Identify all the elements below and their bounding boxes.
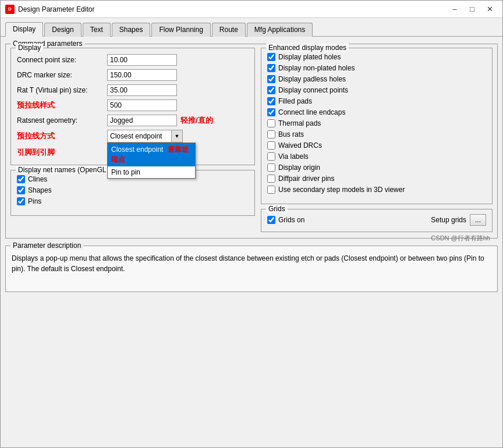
- param-desc-label: Parameter description: [10, 241, 83, 250]
- ratsnest-points-dropdown-btn[interactable]: ▼: [171, 130, 183, 143]
- ratsnest-geometry-input[interactable]: [107, 115, 177, 126]
- tab-mfg-applications[interactable]: Mfg Applications: [247, 23, 313, 37]
- enhanced-display-group: Enhanced display modes Display plated ho…: [261, 48, 493, 204]
- tab-design[interactable]: Design: [44, 23, 81, 37]
- enhanced-plated-holes-checkbox[interactable]: [267, 53, 275, 61]
- ratsnest-geometry-row: Ratsnest geometry: 轻推/直的: [17, 115, 249, 126]
- enhanced-plated-holes-row: Display plated holes: [267, 53, 486, 61]
- param-desc-group: Parameter description Displays a pop-up …: [5, 246, 498, 292]
- command-params-group: Command parameters Display Connect point…: [5, 44, 498, 239]
- drc-marker-size-row: DRC marker size:: [17, 69, 249, 81]
- netnames-clines-label: Clines: [28, 175, 47, 183]
- enhanced-padless-holes-checkbox[interactable]: [267, 75, 275, 83]
- left-column: Display Connect point size: DRC marker s…: [10, 48, 255, 232]
- enhanced-connect-line-endcaps-checkbox[interactable]: [267, 108, 275, 116]
- enhanced-thermal-pads-label: Thermal pads: [278, 119, 321, 127]
- setup-grids-label: Setup grids: [431, 216, 466, 224]
- two-column-layout: Display Connect point size: DRC marker s…: [10, 48, 493, 232]
- netnames-pins-row: Pins: [17, 197, 249, 205]
- enhanced-waived-drcs-label: Waived DRCs: [278, 141, 322, 150]
- tab-route[interactable]: Route: [212, 23, 246, 37]
- close-button[interactable]: ✕: [481, 3, 498, 16]
- drc-marker-size-input[interactable]: [107, 69, 177, 81]
- tab-flow-planning[interactable]: Flow Planning: [151, 23, 210, 37]
- display-subgroup: Display Connect point size: DRC marker s…: [10, 48, 255, 165]
- minimize-button[interactable]: –: [447, 3, 463, 16]
- ratsnest-geometry-annotation: 轻推/直的: [180, 115, 213, 126]
- dropdown-item-pin-to-pin[interactable]: Pin to pin: [108, 166, 195, 178]
- ratsnest-points-dropdown: Closest endpoint 最靠近端点 Pin to pin: [107, 143, 196, 179]
- enhanced-diffpair-driver-pins-label: Diffpair driver pins: [278, 175, 334, 183]
- enhanced-via-labels-checkbox[interactable]: [267, 152, 275, 161]
- netnames-shapes-label: Shapes: [28, 186, 52, 194]
- tab-text[interactable]: Text: [83, 23, 111, 37]
- enhanced-filled-pads-checkbox[interactable]: [267, 97, 275, 105]
- enhanced-plated-holes-label: Display plated holes: [278, 53, 341, 61]
- main-content: Command parameters Display Connect point…: [1, 37, 502, 447]
- tab-display[interactable]: Display: [5, 22, 43, 37]
- connect-point-size-row: Connect point size:: [17, 54, 249, 66]
- dropdown-item-closest-endpoint[interactable]: Closest endpoint 最靠近端点: [108, 143, 195, 166]
- enhanced-non-plated-holes-label: Display non-plated holes: [278, 64, 355, 72]
- enhanced-non-plated-holes-checkbox[interactable]: [267, 64, 275, 72]
- grids-on-row: Grids on: [267, 216, 304, 224]
- window-controls: – □ ✕: [447, 3, 498, 16]
- rat-t-size-row: Rat T (Virtual pin) size:: [17, 84, 249, 96]
- maximize-button[interactable]: □: [464, 3, 480, 16]
- enhanced-bus-rats-label: Bus rats: [278, 130, 304, 138]
- rat-t-size-input[interactable]: [107, 84, 177, 96]
- netnames-shapes-checkbox[interactable]: [17, 186, 25, 194]
- netnames-shapes-row: Shapes: [17, 186, 249, 194]
- titlebar: D Design Parameter Editor – □ ✕: [1, 1, 502, 18]
- enhanced-bus-rats-row: Bus rats: [267, 130, 486, 138]
- enhanced-non-plated-holes-row: Display non-plated holes: [267, 64, 486, 72]
- ratsnest-points-input[interactable]: [107, 130, 171, 143]
- max-rband-count-label: 预拉线样式: [17, 100, 107, 111]
- enhanced-display-origin-checkbox[interactable]: [267, 163, 275, 172]
- grids-row: Grids on Setup grids ...: [267, 214, 486, 226]
- enhanced-diffpair-driver-pins-row: Diffpair driver pins: [267, 175, 486, 183]
- pin-to-pin-annotation: 引脚到引脚: [17, 148, 55, 157]
- netnames-clines-checkbox[interactable]: [17, 175, 25, 183]
- netnames-pins-label: Pins: [28, 197, 41, 205]
- grids-on-checkbox[interactable]: [267, 216, 275, 224]
- window-title: Design Parameter Editor: [18, 5, 447, 13]
- enhanced-connect-points-label: Display connect points: [278, 86, 348, 94]
- enhanced-connect-points-checkbox[interactable]: [267, 86, 275, 94]
- enhanced-bus-rats-checkbox[interactable]: [267, 130, 275, 138]
- enhanced-thermal-pads-checkbox[interactable]: [267, 119, 275, 127]
- rat-t-size-label: Rat T (Virtual pin) size:: [17, 86, 107, 94]
- enhanced-display-origin-row: Display origin: [267, 163, 486, 172]
- enhanced-via-labels-label: Via labels: [278, 152, 309, 161]
- netnames-pins-checkbox[interactable]: [17, 197, 25, 205]
- tab-shapes[interactable]: Shapes: [112, 23, 151, 37]
- grids-group-label: Grids: [266, 205, 288, 213]
- enhanced-via-labels-row: Via labels: [267, 152, 486, 161]
- enhanced-display-label: Enhanced display modes: [266, 44, 349, 52]
- ratsnest-points-label: 预拉线方式: [17, 131, 107, 141]
- enhanced-filled-pads-row: Filled pads: [267, 97, 486, 105]
- setup-grids-button[interactable]: ...: [470, 214, 486, 226]
- enhanced-diffpair-driver-pins-checkbox[interactable]: [267, 175, 275, 183]
- enhanced-waived-drcs-row: Waived DRCs: [267, 141, 486, 150]
- tab-bar: Display Design Text Shapes Flow Planning…: [1, 18, 502, 37]
- connect-point-size-input[interactable]: [107, 54, 177, 66]
- enhanced-waived-drcs-checkbox[interactable]: [267, 141, 275, 150]
- ratsnest-points-row: 预拉线方式 ▼ Closest endpoint 最靠近端点: [17, 130, 249, 143]
- enhanced-connect-line-endcaps-row: Connect line endcaps: [267, 108, 486, 116]
- watermark: CSDN @行者有路hh: [431, 234, 490, 243]
- max-rband-count-input[interactable]: [107, 99, 177, 111]
- grids-group: Grids Grids on Setup grids ...: [261, 209, 493, 232]
- enhanced-secondary-step-models-checkbox[interactable]: [267, 186, 275, 194]
- max-rband-count-row: 预拉线样式: [17, 99, 249, 111]
- app-icon: D: [5, 5, 15, 14]
- enhanced-thermal-pads-row: Thermal pads: [267, 119, 486, 127]
- enhanced-connect-points-row: Display connect points: [267, 86, 486, 94]
- param-desc-text: Displays a pop-up menu that allows the s…: [12, 253, 491, 274]
- drc-marker-size-label: DRC marker size:: [17, 71, 107, 79]
- enhanced-secondary-step-models-row: Use secondary step models in 3D viewer: [267, 186, 486, 194]
- display-subgroup-label: Display: [16, 44, 43, 52]
- ratsnest-points-combo: ▼ Closest endpoint 最靠近端点 Pin to pin: [107, 130, 183, 143]
- enhanced-padless-holes-row: Display padless holes: [267, 75, 486, 83]
- enhanced-connect-line-endcaps-label: Connect line endcaps: [278, 108, 345, 116]
